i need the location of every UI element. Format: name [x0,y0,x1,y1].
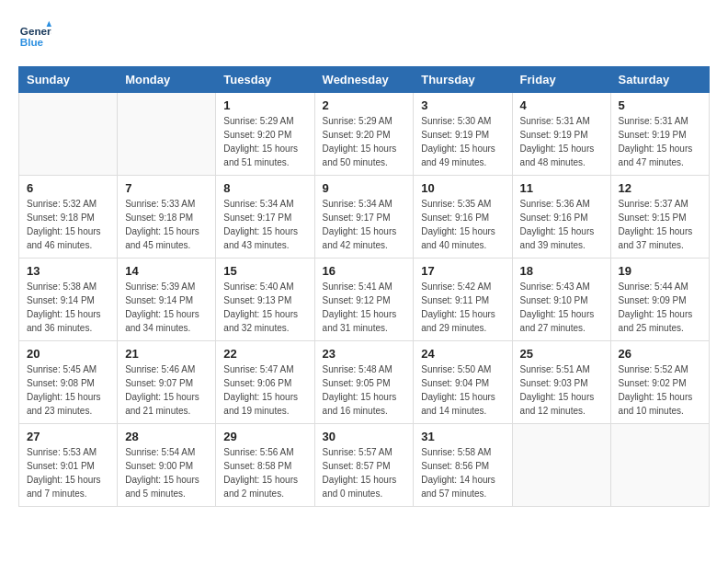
day-info: Sunrise: 5:31 AMSunset: 9:19 PMDaylight:… [520,114,603,169]
calendar-day-header: Monday [118,67,216,93]
day-number: 16 [323,264,406,278]
calendar-cell: 10Sunrise: 5:35 AMSunset: 9:16 PMDayligh… [414,176,512,259]
day-number: 12 [619,181,701,195]
day-number: 6 [27,181,109,195]
day-info: Sunrise: 5:51 AMSunset: 9:03 PMDaylight:… [520,362,603,418]
calendar-cell: 20Sunrise: 5:45 AMSunset: 9:08 PMDayligh… [19,341,118,424]
day-number: 17 [421,264,504,278]
day-number: 30 [323,430,406,443]
calendar-day-header: Friday [512,67,610,93]
day-info: Sunrise: 5:58 AMSunset: 8:56 PMDaylight:… [421,445,504,500]
day-number: 7 [125,181,208,195]
day-info: Sunrise: 5:30 AMSunset: 9:19 PMDaylight:… [421,114,504,169]
day-info: Sunrise: 5:41 AMSunset: 9:12 PMDaylight:… [323,280,406,335]
day-number: 26 [619,347,701,361]
day-info: Sunrise: 5:29 AMSunset: 9:20 PMDaylight:… [223,114,306,169]
calendar-cell: 15Sunrise: 5:40 AMSunset: 9:13 PMDayligh… [216,259,314,341]
day-number: 21 [125,347,208,361]
day-number: 27 [27,430,109,443]
day-info: Sunrise: 5:37 AMSunset: 9:15 PMDaylight:… [619,197,701,252]
day-info: Sunrise: 5:33 AMSunset: 9:18 PMDaylight:… [125,197,208,252]
calendar-cell: 11Sunrise: 5:36 AMSunset: 9:16 PMDayligh… [512,176,610,259]
day-info: Sunrise: 5:36 AMSunset: 9:16 PMDaylight:… [520,197,603,252]
day-number: 23 [323,347,406,361]
calendar-cell: 2Sunrise: 5:29 AMSunset: 9:20 PMDaylight… [314,93,414,176]
calendar-day-header: Sunday [19,67,118,93]
calendar-cell: 30Sunrise: 5:57 AMSunset: 8:57 PMDayligh… [314,424,414,507]
day-number: 24 [421,347,504,361]
day-number: 1 [223,98,306,112]
day-info: Sunrise: 5:46 AMSunset: 9:07 PMDaylight:… [125,362,208,418]
calendar-cell: 23Sunrise: 5:48 AMSunset: 9:05 PMDayligh… [314,341,414,424]
day-info: Sunrise: 5:45 AMSunset: 9:08 PMDaylight:… [27,362,109,418]
day-number: 4 [520,98,603,112]
calendar-cell: 29Sunrise: 5:56 AMSunset: 8:58 PMDayligh… [216,424,314,507]
day-info: Sunrise: 5:47 AMSunset: 9:06 PMDaylight:… [223,362,306,418]
calendar-cell: 24Sunrise: 5:50 AMSunset: 9:04 PMDayligh… [414,341,512,424]
logo-icon: General Blue [18,18,51,52]
calendar-cell: 13Sunrise: 5:38 AMSunset: 9:14 PMDayligh… [19,259,118,341]
day-info: Sunrise: 5:50 AMSunset: 9:04 PMDaylight:… [421,362,504,418]
day-info: Sunrise: 5:43 AMSunset: 9:10 PMDaylight:… [520,280,603,335]
calendar-cell: 14Sunrise: 5:39 AMSunset: 9:14 PMDayligh… [118,259,216,341]
day-info: Sunrise: 5:40 AMSunset: 9:13 PMDaylight:… [223,280,306,335]
day-info: Sunrise: 5:42 AMSunset: 9:11 PMDaylight:… [421,280,504,335]
calendar-cell: 1Sunrise: 5:29 AMSunset: 9:20 PMDaylight… [216,93,314,176]
calendar-cell [610,424,709,507]
calendar-cell: 26Sunrise: 5:52 AMSunset: 9:02 PMDayligh… [610,341,709,424]
page-header: General Blue [18,18,710,52]
calendar-week-row: 27Sunrise: 5:53 AMSunset: 9:01 PMDayligh… [19,424,710,507]
calendar-cell: 5Sunrise: 5:31 AMSunset: 9:19 PMDaylight… [610,93,709,176]
svg-text:Blue: Blue [20,36,44,48]
day-info: Sunrise: 5:53 AMSunset: 9:01 PMDaylight:… [27,445,109,500]
day-number: 13 [27,264,109,278]
day-number: 22 [223,347,306,361]
day-number: 20 [27,347,109,361]
calendar-cell: 22Sunrise: 5:47 AMSunset: 9:06 PMDayligh… [216,341,314,424]
calendar-day-header: Wednesday [314,67,414,93]
day-info: Sunrise: 5:54 AMSunset: 9:00 PMDaylight:… [125,445,208,500]
calendar-cell: 25Sunrise: 5:51 AMSunset: 9:03 PMDayligh… [512,341,610,424]
day-number: 9 [323,181,406,195]
calendar-cell: 27Sunrise: 5:53 AMSunset: 9:01 PMDayligh… [19,424,118,507]
calendar-cell: 16Sunrise: 5:41 AMSunset: 9:12 PMDayligh… [314,259,414,341]
calendar-cell [118,93,216,176]
day-number: 5 [619,98,701,112]
day-number: 11 [520,181,603,195]
day-info: Sunrise: 5:39 AMSunset: 9:14 PMDaylight:… [125,280,208,335]
calendar-day-header: Thursday [414,67,512,93]
day-number: 25 [520,347,603,361]
calendar-cell [19,93,118,176]
calendar-week-row: 20Sunrise: 5:45 AMSunset: 9:08 PMDayligh… [19,341,710,424]
calendar-cell: 19Sunrise: 5:44 AMSunset: 9:09 PMDayligh… [610,259,709,341]
calendar-cell: 31Sunrise: 5:58 AMSunset: 8:56 PMDayligh… [414,424,512,507]
day-info: Sunrise: 5:48 AMSunset: 9:05 PMDaylight:… [323,362,406,418]
day-number: 28 [125,430,208,443]
day-number: 29 [223,430,306,443]
day-info: Sunrise: 5:32 AMSunset: 9:18 PMDaylight:… [27,197,109,252]
day-info: Sunrise: 5:29 AMSunset: 9:20 PMDaylight:… [323,114,406,169]
calendar-cell: 7Sunrise: 5:33 AMSunset: 9:18 PMDaylight… [118,176,216,259]
calendar-cell: 4Sunrise: 5:31 AMSunset: 9:19 PMDaylight… [512,93,610,176]
day-number: 8 [223,181,306,195]
calendar-cell: 18Sunrise: 5:43 AMSunset: 9:10 PMDayligh… [512,259,610,341]
calendar-day-header: Saturday [610,67,709,93]
day-number: 2 [323,98,406,112]
calendar-cell: 3Sunrise: 5:30 AMSunset: 9:19 PMDaylight… [414,93,512,176]
day-number: 18 [520,264,603,278]
day-number: 19 [619,264,701,278]
day-info: Sunrise: 5:38 AMSunset: 9:14 PMDaylight:… [27,280,109,335]
day-info: Sunrise: 5:56 AMSunset: 8:58 PMDaylight:… [223,445,306,500]
day-number: 31 [421,430,504,443]
day-info: Sunrise: 5:34 AMSunset: 9:17 PMDaylight:… [223,197,306,252]
day-number: 3 [421,98,504,112]
svg-marker-2 [47,21,51,27]
calendar-cell: 6Sunrise: 5:32 AMSunset: 9:18 PMDaylight… [19,176,118,259]
calendar-week-row: 6Sunrise: 5:32 AMSunset: 9:18 PMDaylight… [19,176,710,259]
calendar-cell: 8Sunrise: 5:34 AMSunset: 9:17 PMDaylight… [216,176,314,259]
day-info: Sunrise: 5:57 AMSunset: 8:57 PMDaylight:… [323,445,406,500]
day-number: 10 [421,181,504,195]
day-info: Sunrise: 5:52 AMSunset: 9:02 PMDaylight:… [619,362,701,418]
day-number: 15 [223,264,306,278]
logo: General Blue [18,18,51,52]
